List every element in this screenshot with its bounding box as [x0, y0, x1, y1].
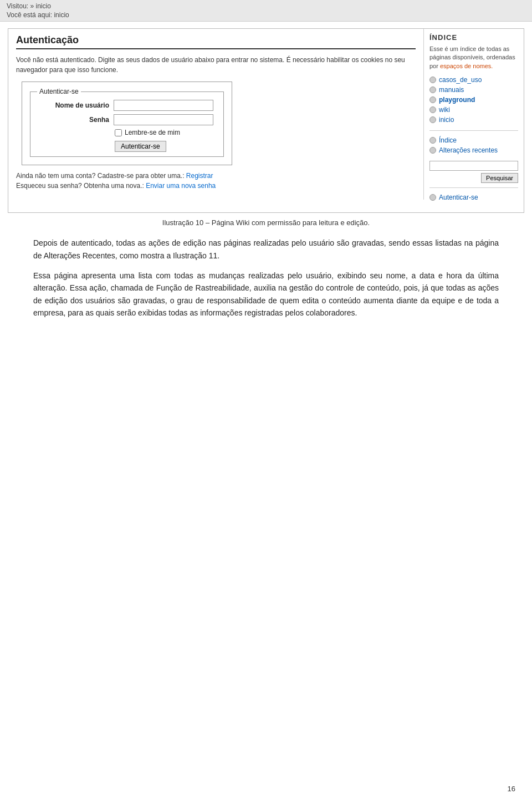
sidebar-title: ÍNDICE [429, 33, 518, 42]
forgot-line: Esqueceu sua senha? Obtenha uma nova.: E… [16, 182, 416, 190]
current-line: Você está aqui: inicio [7, 11, 525, 19]
sidebar-bottom-link[interactable]: Índice [439, 136, 457, 144]
sidebar-divider-2 [429, 187, 518, 188]
auth-form-box: Autenticar-se Nome de usuário Senha Lemb… [22, 82, 232, 165]
sidebar-nav-item: manuais [429, 85, 518, 95]
wiki-sidebar: ÍNDICE Esse é um índice de todas as pági… [424, 29, 524, 212]
bullet-icon [429, 194, 436, 201]
paragraph-1: Depois de autenticado, todas as ações de… [33, 237, 499, 262]
breadcrumb-area: Visitou: » inicio Você está aqui: inicio [0, 0, 532, 22]
sidebar-desc: Esse é um índice de todas as páginas dis… [429, 45, 518, 70]
caption: Ilustração 10 – Página Wiki com permissã… [8, 218, 524, 227]
forgot-text: Esqueceu sua senha? Obtenha uma nova.: [16, 182, 144, 190]
remember-checkbox[interactable] [115, 129, 122, 136]
sidebar-nav-link[interactable]: wiki [439, 106, 450, 114]
username-input[interactable] [114, 100, 213, 111]
caption-text: Ilustração 10 – Página Wiki com permissã… [162, 218, 370, 227]
password-input[interactable] [114, 114, 213, 125]
bullet-icon [429, 106, 436, 113]
register-line: Ainda não tem uma conta? Cadastre-se par… [16, 172, 416, 180]
sidebar-nav-link[interactable]: playground [439, 96, 475, 104]
sidebar-nav-item: wiki [429, 105, 518, 115]
bullet-icon [429, 116, 436, 123]
auth-link[interactable]: Autenticar-se [439, 194, 478, 201]
remember-label: Lembre-se de mim [125, 129, 180, 136]
sidebar-nav-item: inicio [429, 115, 518, 125]
sidebar-nav-link[interactable]: inicio [439, 116, 454, 124]
remember-row: Lembre-se de mim [115, 129, 217, 136]
password-label: Senha [37, 116, 109, 124]
namespace-link[interactable]: espaços de nomes. [440, 63, 493, 69]
sidebar-nav-item: casos_de_uso [429, 75, 518, 85]
bullet-icon [429, 147, 436, 154]
current-link[interactable]: inicio [54, 11, 69, 19]
register-link[interactable]: Registrar [186, 172, 213, 180]
sidebar-divider [429, 130, 518, 131]
wiki-description: Você não está autenticado. Digite as seu… [16, 55, 416, 75]
bullet-icon [429, 77, 436, 83]
current-label: Você está aqui: [7, 11, 52, 19]
visited-link[interactable]: inicio [36, 2, 51, 10]
wiki-main-content: Autenticação Você não está autenticado. … [8, 29, 424, 200]
search-input[interactable] [429, 161, 518, 171]
wiki-screenshot: Autenticação Você não está autenticado. … [8, 28, 524, 213]
password-row: Senha [37, 114, 217, 125]
sidebar-auth-nav: Autenticar-se [429, 192, 518, 202]
sidebar-bottom-item: Índice [429, 135, 518, 145]
bullet-icon [429, 137, 436, 144]
visited-label: Visitou: » [7, 2, 34, 10]
sidebar-bottom-link[interactable]: Alterações recentes [439, 146, 498, 154]
forgot-link[interactable]: Enviar uma nova senha [146, 182, 216, 190]
bullet-icon [429, 96, 436, 103]
bullet-icon [429, 86, 436, 93]
wiki-links: Ainda não tem uma conta? Cadastre-se par… [16, 172, 416, 190]
search-button[interactable]: Pesquisar [481, 173, 518, 183]
wiki-page-title: Autenticação [16, 34, 416, 49]
visited-line: Visitou: » inicio [7, 2, 525, 10]
register-text: Ainda não tem uma conta? Cadastre-se par… [16, 172, 185, 180]
sidebar-nav-item: playground [429, 95, 518, 105]
username-row: Nome de usuário [37, 100, 217, 111]
username-label: Nome de usuário [37, 101, 109, 109]
sidebar-bottom-nav: ÍndiceAlterações recentes [429, 135, 518, 155]
submit-button[interactable]: Autenticar-se [115, 141, 166, 152]
paragraph-2: Essa página apresenta uma lista com toda… [33, 269, 499, 319]
sidebar-nav-list: casos_de_usomanuaisplaygroundwikiinicio [429, 75, 518, 125]
form-legend: Autenticar-se [37, 88, 81, 95]
sidebar-bottom-item: Alterações recentes [429, 145, 518, 155]
sidebar-nav-link[interactable]: manuais [439, 86, 464, 94]
page-number: 16 [508, 785, 515, 793]
auth-link-item: Autenticar-se [429, 192, 518, 202]
submit-row: Autenticar-se [115, 141, 217, 152]
sidebar-nav-link[interactable]: casos_de_uso [439, 76, 482, 84]
